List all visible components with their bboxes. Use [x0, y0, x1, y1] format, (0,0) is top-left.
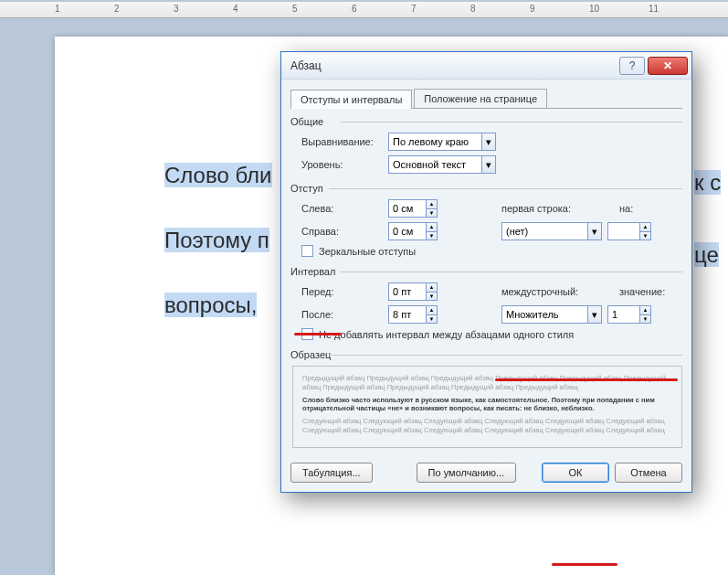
annotation-mark — [495, 378, 678, 381]
before-label: Перед: — [301, 286, 388, 297]
default-button[interactable]: По умолчанию... — [417, 463, 517, 483]
spinner-down-icon[interactable]: ▼ — [427, 209, 437, 218]
paragraph-dialog: Абзац ? ✕ Отступы и интервалы Положение … — [280, 51, 692, 493]
after-spinner[interactable]: 8 пт ▲▼ — [388, 305, 438, 324]
by-label: на: — [619, 203, 633, 214]
group-general-title: Общие — [290, 116, 682, 127]
chevron-down-icon[interactable]: ▾ — [587, 306, 601, 323]
annotation-mark — [552, 563, 617, 566]
chevron-down-icon[interactable]: ▾ — [587, 223, 601, 240]
spinner-down-icon[interactable]: ▼ — [427, 232, 437, 240]
annotation-mark — [294, 333, 342, 335]
at-label: значение: — [619, 286, 665, 297]
spinner-down-icon[interactable]: ▼ — [640, 315, 650, 324]
dialog-footer: Табуляция... По умолчанию... ОК Отмена — [290, 457, 682, 483]
mirror-indents-checkbox[interactable] — [301, 245, 313, 257]
linespacing-value: Множитель — [506, 309, 559, 320]
indent-right-label: Справа: — [301, 226, 388, 237]
ruler-tick: 6 — [352, 4, 357, 14]
dialog-title: Абзац — [290, 59, 322, 72]
after-label: После: — [301, 309, 388, 320]
chevron-down-icon[interactable]: ▾ — [481, 133, 495, 150]
sample-strong: Слово близко часто используют в русском … — [302, 396, 672, 414]
alignment-value: По левому краю — [393, 136, 469, 147]
no-same-style-label: Не добавлять интервал между абзацами одн… — [319, 329, 574, 340]
linespacing-combobox[interactable]: Множитель ▾ — [501, 305, 602, 324]
close-button[interactable]: ✕ — [648, 57, 688, 75]
horizontal-ruler: 1234567891011 — [0, 2, 728, 18]
at-spinner[interactable]: 1 ▲▼ — [607, 305, 651, 324]
group-interval: Интервал Перед: 0 пт ▲▼ междустрочный: з… — [290, 266, 682, 340]
alignment-label: Выравнивание: — [301, 136, 388, 147]
ruler-tick: 10 — [589, 4, 599, 14]
before-value: 0 пт — [393, 286, 411, 297]
ruler-tick: 4 — [233, 4, 238, 14]
ruler-tick: 1 — [55, 4, 60, 14]
doc-text: вопросы, — [164, 293, 257, 317]
before-spinner[interactable]: 0 пт ▲▼ — [388, 282, 438, 301]
dialog-tabs: Отступы и интервалы Положение на страниц… — [290, 87, 682, 109]
dialog-titlebar[interactable]: Абзац ? ✕ — [281, 52, 691, 80]
ok-button[interactable]: ОК — [542, 463, 609, 483]
spinner-down-icon[interactable]: ▼ — [427, 315, 437, 324]
spinner-up-icon[interactable]: ▲ — [427, 223, 437, 232]
group-general: Общие Выравнивание: По левому краю ▾ Уро… — [290, 116, 682, 174]
group-interval-title: Интервал — [290, 266, 682, 277]
firstline-label: первая строка: — [501, 203, 597, 214]
indent-right-value: 0 см — [393, 226, 413, 237]
spinner-up-icon[interactable]: ▲ — [427, 200, 437, 209]
level-label: Уровень: — [301, 159, 388, 170]
sample-grey: Следующий абзац Следующий абзац Следующи… — [302, 417, 672, 435]
indent-left-label: Слева: — [301, 203, 388, 214]
indent-left-spinner[interactable]: 0 см ▲▼ — [388, 199, 438, 218]
spinner-up-icon[interactable]: ▲ — [640, 306, 650, 315]
after-value: 8 пт — [393, 309, 411, 320]
group-sample-title: Образец — [290, 349, 682, 360]
group-indent: Отступ Слева: 0 см ▲▼ первая строка: на:… — [290, 183, 682, 257]
alignment-combobox[interactable]: По левому краю ▾ — [388, 133, 496, 151]
spinner-down-icon[interactable]: ▼ — [640, 232, 650, 240]
spinner-up-icon[interactable]: ▲ — [427, 283, 437, 293]
tabs-button[interactable]: Табуляция... — [290, 463, 373, 483]
ruler-tick: 8 — [470, 4, 476, 14]
ruler-tick: 3 — [174, 4, 179, 14]
linespacing-label: междустрочный: — [501, 286, 597, 297]
indent-left-value: 0 см — [393, 203, 413, 214]
ruler-tick: 5 — [292, 4, 298, 14]
tab-indents-spacing[interactable]: Отступы и интервалы — [290, 90, 412, 109]
ruler-tick: 11 — [649, 4, 659, 14]
sample-grey: Предыдущий абзац Предыдущий абзац Предыд… — [302, 374, 672, 392]
firstline-combobox[interactable]: (нет) ▾ — [501, 222, 602, 240]
cancel-button[interactable]: Отмена — [615, 463, 682, 483]
level-combobox[interactable]: Основной текст ▾ — [388, 155, 496, 174]
doc-text: к с — [694, 170, 721, 195]
group-indent-title: Отступ — [290, 183, 682, 194]
mirror-indents-label: Зеркальные отступы — [319, 246, 416, 257]
spinner-up-icon[interactable]: ▲ — [427, 306, 437, 315]
help-button[interactable]: ? — [619, 57, 645, 75]
spinner-up-icon[interactable]: ▲ — [640, 223, 650, 232]
spinner-down-icon[interactable]: ▼ — [427, 293, 437, 301]
tab-page-position[interactable]: Положение на странице — [414, 89, 547, 108]
firstline-value: (нет) — [506, 226, 528, 237]
indent-right-spinner[interactable]: 0 см ▲▼ — [388, 222, 438, 240]
ruler-tick: 9 — [530, 4, 535, 14]
by-spinner[interactable]: ▲▼ — [607, 222, 651, 240]
chevron-down-icon[interactable]: ▾ — [481, 156, 495, 173]
at-value: 1 — [612, 309, 617, 320]
ruler-tick: 2 — [114, 4, 120, 14]
ruler-tick: 7 — [411, 4, 417, 14]
doc-text: це — [694, 242, 719, 267]
doc-text: Поэтому п — [164, 228, 269, 252]
level-value: Основной текст — [393, 159, 466, 170]
group-sample: Образец Предыдущий абзац Предыдущий абза… — [290, 349, 682, 448]
doc-text: Слово бли — [164, 163, 272, 187]
